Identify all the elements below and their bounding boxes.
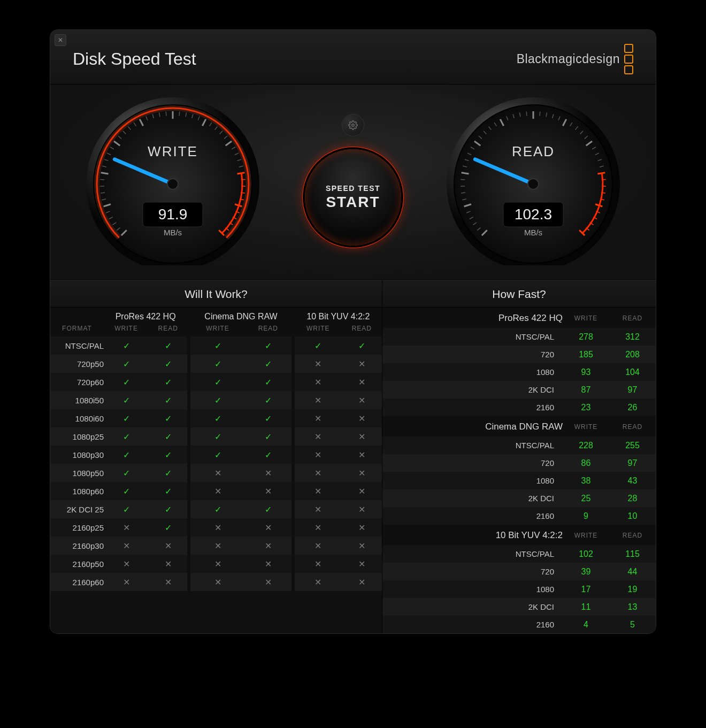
format-label: 2160 [382, 507, 563, 525]
format-label: 1080 [382, 580, 563, 598]
cross-icon: ✕ [295, 409, 342, 427]
cross-icon: ✕ [295, 555, 342, 573]
cross-icon: ✕ [190, 482, 245, 500]
how-fast-table: ProRes 422 HQWRITEREADNTSC/PAL2783127201… [382, 308, 656, 633]
cross-icon: ✕ [295, 537, 342, 555]
write-value: 4 [563, 616, 609, 633]
cross-icon: ✕ [342, 391, 382, 409]
check-icon: ✓ [149, 391, 187, 409]
table-row: 720p50✓✓✓✓✕✕ [50, 355, 382, 373]
svg-line-9 [101, 193, 105, 193]
cross-icon: ✕ [190, 464, 245, 482]
check-icon: ✓ [245, 500, 291, 518]
cross-icon: ✕ [104, 537, 149, 555]
svg-text:WRITE: WRITE [148, 143, 198, 159]
write-value: 87 [563, 381, 609, 399]
format-label: 2160p50 [50, 555, 104, 573]
check-icon: ✓ [245, 427, 291, 446]
check-icon: ✓ [149, 464, 187, 482]
cross-icon: ✕ [295, 500, 342, 518]
read-value: 43 [609, 472, 656, 489]
cross-icon: ✕ [295, 482, 342, 500]
write-value: 185 [563, 346, 609, 363]
codec-header: ProRes 422 HQ [104, 308, 187, 324]
read-value: 255 [609, 436, 656, 454]
svg-line-88 [540, 112, 540, 116]
write-value: 86 [563, 454, 609, 472]
start-button-line2: START [326, 194, 380, 211]
cross-icon: ✕ [295, 427, 342, 446]
cross-icon: ✕ [104, 518, 149, 537]
write-value: 39 [563, 563, 609, 580]
will-it-work-title: Will It Work? [50, 280, 382, 308]
table-row: 10803843 [382, 472, 656, 489]
svg-line-11 [100, 179, 104, 180]
format-label: 2160p60 [50, 573, 104, 591]
format-label: 2K DCI [382, 598, 563, 616]
write-value: 11 [563, 598, 609, 616]
format-header: FORMAT [50, 324, 104, 336]
read-value: 104 [609, 363, 656, 381]
close-button[interactable]: ✕ [55, 34, 66, 46]
svg-line-28 [179, 112, 180, 116]
svg-line-71 [461, 179, 465, 180]
table-row: 2160p50✕✕✕✕✕✕ [50, 555, 382, 573]
check-icon: ✓ [190, 427, 245, 446]
format-label: 2160p25 [50, 518, 104, 537]
cross-icon: ✕ [342, 555, 382, 573]
table-row: NTSC/PAL228255 [382, 436, 656, 454]
cross-icon: ✕ [245, 537, 291, 555]
how-fast-group-header: ProRes 422 HQWRITEREAD [382, 308, 656, 328]
format-label: 2K DCI [382, 381, 563, 399]
check-icon: ✓ [190, 373, 245, 391]
table-row: 7203944 [382, 563, 656, 580]
check-icon: ✓ [149, 518, 187, 537]
start-button[interactable]: SPEED TEST START [305, 149, 401, 246]
table-row: 1080p25✓✓✓✓✕✕ [50, 427, 382, 446]
brand-text: Blackmagicdesign [517, 52, 620, 66]
svg-text:MB/s: MB/s [524, 228, 542, 237]
table-row: NTSC/PAL278312 [382, 328, 656, 346]
cross-icon: ✕ [245, 573, 291, 591]
check-icon: ✓ [295, 336, 342, 355]
will-it-work-panel: Will It Work? ProRes 422 HQCinema DNG RA… [50, 280, 382, 633]
check-icon: ✓ [190, 391, 245, 409]
cross-icon: ✕ [295, 573, 342, 591]
format-label: NTSC/PAL [382, 328, 563, 346]
cross-icon: ✕ [295, 446, 342, 464]
table-row: 2160p30✕✕✕✕✕✕ [50, 537, 382, 555]
format-label: 720 [382, 454, 563, 472]
cross-icon: ✕ [342, 464, 382, 482]
will-it-work-table: ProRes 422 HQCinema DNG RAW10 Bit YUV 4:… [50, 308, 382, 591]
check-icon: ✓ [104, 482, 149, 500]
table-row: 108093104 [382, 363, 656, 381]
header: Disk Speed Test Blackmagicdesign [50, 30, 656, 85]
check-icon: ✓ [190, 409, 245, 427]
gauge-area: WRITE91.9MB/s SPEED TEST START READ102.3… [50, 85, 656, 280]
read-gauge: READ102.3MB/s [429, 94, 638, 265]
svg-line-26 [166, 112, 166, 116]
codec-header: 10 Bit YUV 4:2:2 [295, 308, 382, 324]
svg-line-86 [526, 112, 527, 116]
check-icon: ✓ [245, 355, 291, 373]
cross-icon: ✕ [190, 555, 245, 573]
read-value: 312 [609, 328, 656, 346]
table-row: 2K DCI 25✓✓✓✓✕✕ [50, 500, 382, 518]
read-value: 5 [609, 616, 656, 633]
cross-icon: ✕ [149, 573, 187, 591]
format-label: 720 [382, 563, 563, 580]
table-row: 2160p25✕✓✕✕✕✕ [50, 518, 382, 537]
check-icon: ✓ [149, 427, 187, 446]
read-value: 97 [609, 381, 656, 399]
format-label: 2K DCI 25 [50, 500, 104, 518]
cross-icon: ✕ [245, 518, 291, 537]
check-icon: ✓ [245, 409, 291, 427]
format-label: 1080 [382, 363, 563, 381]
settings-button[interactable] [342, 114, 364, 136]
format-label: 1080p30 [50, 446, 104, 464]
format-label: 720 [382, 346, 563, 363]
write-value: 93 [563, 363, 609, 381]
cross-icon: ✕ [295, 355, 342, 373]
write-value: 278 [563, 328, 609, 346]
check-icon: ✓ [149, 373, 187, 391]
